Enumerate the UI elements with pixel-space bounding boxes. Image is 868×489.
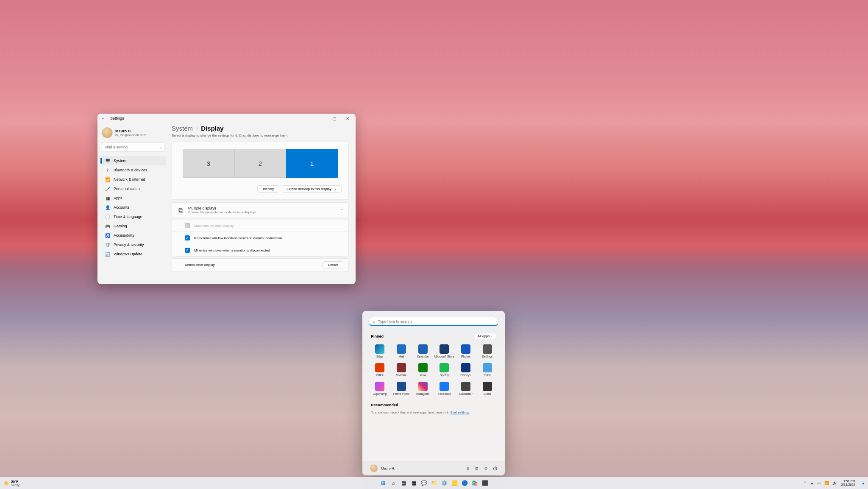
- app-calendar[interactable]: Calendar: [412, 343, 434, 360]
- explorer-icon[interactable]: 📁: [430, 479, 438, 487]
- power-icon[interactable]: ⏻: [493, 466, 497, 471]
- nav-item-gaming[interactable]: 🎮Gaming: [101, 221, 166, 231]
- all-apps-button[interactable]: All apps ›: [474, 333, 496, 339]
- display-1[interactable]: 1: [286, 149, 338, 178]
- remember-label: Remember window locations based on monit…: [194, 236, 282, 240]
- tray-chevron-icon[interactable]: ⌃: [803, 481, 807, 485]
- breadcrumb-root[interactable]: System: [172, 125, 193, 132]
- volume-icon[interactable]: 🔊: [832, 481, 837, 485]
- widgets-icon[interactable]: ▦: [409, 479, 418, 487]
- display-actions: Identify Extend desktop to this display …: [179, 185, 342, 193]
- nav-item-bluetooth-devices[interactable]: ᛒBluetooth & devices: [101, 165, 166, 175]
- start-search[interactable]: ⌕: [368, 317, 499, 326]
- nav-item-privacy-security[interactable]: 🛡️Privacy & security: [101, 240, 166, 249]
- taskbar-app-icon[interactable]: 🟨: [450, 479, 459, 487]
- start-settings-link[interactable]: Start settings: [451, 411, 469, 414]
- app-calculator[interactable]: Calculator: [455, 380, 477, 397]
- teams-icon[interactable]: ▭: [817, 481, 821, 485]
- extend-dropdown[interactable]: Extend desktop to this display ⌄: [282, 185, 342, 193]
- nav-label: Bluetooth & devices: [114, 168, 147, 172]
- network-icon[interactable]: 📶: [824, 481, 829, 485]
- start-search-input[interactable]: [378, 319, 494, 324]
- terminal-icon[interactable]: ⬛: [481, 479, 489, 487]
- edge-icon[interactable]: 🔵: [460, 479, 469, 487]
- nav-item-system[interactable]: 🖥️System: [101, 156, 166, 165]
- close-button[interactable]: ✕: [345, 116, 351, 121]
- clock[interactable]: 1:51 PM 2/11/2022: [841, 480, 855, 487]
- weather-widget[interactable]: ☀️ 50°F Sunny: [3, 480, 19, 486]
- app-label: Clock: [484, 392, 491, 395]
- detect-other-label: Detect other display: [185, 263, 215, 267]
- remember-row: ✓ Remember window locations based on mon…: [172, 232, 349, 244]
- settings-icon[interactable]: ⚙️: [440, 479, 448, 487]
- nav-item-personalization[interactable]: 🖌️Personalization: [101, 184, 166, 193]
- app-office[interactable]: Office: [369, 361, 391, 378]
- chat-icon[interactable]: 💬: [420, 479, 428, 487]
- nav-icon: 🎮: [105, 224, 110, 229]
- app-mail[interactable]: Mail: [391, 343, 412, 360]
- make-main-label: Make this my main display: [194, 224, 234, 228]
- all-apps-label: All apps: [478, 334, 490, 338]
- app-spotify[interactable]: Spotify: [434, 361, 455, 378]
- displays-row[interactable]: 321: [179, 149, 342, 178]
- user-name: Mauro H.: [115, 129, 146, 133]
- nav-item-windows-update[interactable]: 🔄Windows Update: [101, 249, 166, 259]
- identify-button[interactable]: Identify: [257, 185, 279, 193]
- nav-item-apps[interactable]: ▦Apps: [101, 193, 166, 203]
- app-edge[interactable]: Edge: [369, 343, 391, 360]
- app-facebook[interactable]: Facebook: [434, 380, 455, 397]
- minimize-button[interactable]: —: [317, 116, 323, 121]
- detect-button[interactable]: Detect: [323, 261, 343, 268]
- search-input[interactable]: [105, 145, 160, 149]
- nav-item-network-internet[interactable]: 📶Network & internet: [101, 175, 166, 184]
- app-prime-video[interactable]: Prime Video: [391, 380, 412, 397]
- sun-icon: ☀️: [3, 481, 9, 486]
- downloads-icon[interactable]: ⬇: [466, 466, 470, 471]
- start-button[interactable]: ⊞: [379, 479, 387, 487]
- user-profile[interactable]: Mauro H. m_lab@outlook.com: [99, 126, 167, 143]
- app-icon: [375, 382, 384, 391]
- app-microsoft-store[interactable]: Microsoft Store: [434, 343, 455, 360]
- task-view-icon[interactable]: ▤: [399, 479, 408, 487]
- app-settings[interactable]: Settings: [476, 343, 498, 360]
- period: .: [469, 411, 470, 414]
- back-button[interactable]: ←: [100, 115, 106, 121]
- app-disney-[interactable]: Disney+: [455, 361, 477, 378]
- remember-checkbox[interactable]: ✓: [185, 235, 190, 240]
- display-3[interactable]: 3: [183, 149, 234, 178]
- app-xbox[interactable]: Xbox: [412, 361, 434, 378]
- nav-item-accessibility[interactable]: ♿Accessibility: [101, 231, 166, 240]
- app-clock[interactable]: Clock: [476, 380, 498, 397]
- app-icon: [375, 344, 384, 354]
- app-instagram[interactable]: Instagram: [412, 380, 434, 397]
- recommended-section: Recommended To show your recent files an…: [368, 403, 499, 414]
- notifications-icon[interactable]: ●: [862, 481, 865, 486]
- taskbar: ☀️ 50°F Sunny ⊞ ⌕ ▤ ▦ 💬 📁 ⚙️ 🟨 🔵 🛍️ ⬛ ⌃ …: [0, 477, 868, 489]
- app-solitaire[interactable]: Solitaire: [391, 361, 412, 378]
- app-photos[interactable]: Photos: [455, 343, 477, 360]
- app-clipchamp[interactable]: Clipchamp: [369, 380, 391, 397]
- app-icon: [461, 382, 470, 391]
- onedrive-icon[interactable]: ☁: [810, 481, 814, 485]
- nav-icon: 🔄: [105, 251, 110, 257]
- app-label: Edge: [376, 355, 383, 358]
- store-icon[interactable]: 🛍️: [470, 479, 479, 487]
- settings-body: Mauro H. m_lab@outlook.com ⌕ 🖥️SystemᛒBl…: [97, 123, 356, 284]
- footer-user[interactable]: Mauro H.: [370, 464, 395, 472]
- nav-icon: 👤: [105, 205, 110, 210]
- documents-icon[interactable]: 🗎: [475, 466, 479, 471]
- search-icon[interactable]: ⌕: [389, 479, 398, 487]
- display-2[interactable]: 2: [234, 149, 286, 178]
- multiple-displays-group[interactable]: ⧉ Multiple displays Choose the presentat…: [172, 202, 349, 218]
- nav-item-time-language[interactable]: 🕒Time & language: [101, 212, 166, 221]
- minimize-checkbox[interactable]: ✓: [185, 248, 190, 253]
- settings-icon[interactable]: ⚙: [484, 466, 488, 471]
- settings-search[interactable]: ⌕: [102, 143, 165, 152]
- maximize-button[interactable]: ▢: [331, 116, 337, 121]
- app-to-do[interactable]: To Do: [476, 361, 498, 378]
- nav-item-accounts[interactable]: 👤Accounts: [101, 203, 166, 212]
- pinned-title: Pinned: [371, 334, 384, 338]
- app-label: Mail: [399, 355, 404, 358]
- app-icon: [418, 344, 428, 354]
- app-icon: [440, 344, 449, 354]
